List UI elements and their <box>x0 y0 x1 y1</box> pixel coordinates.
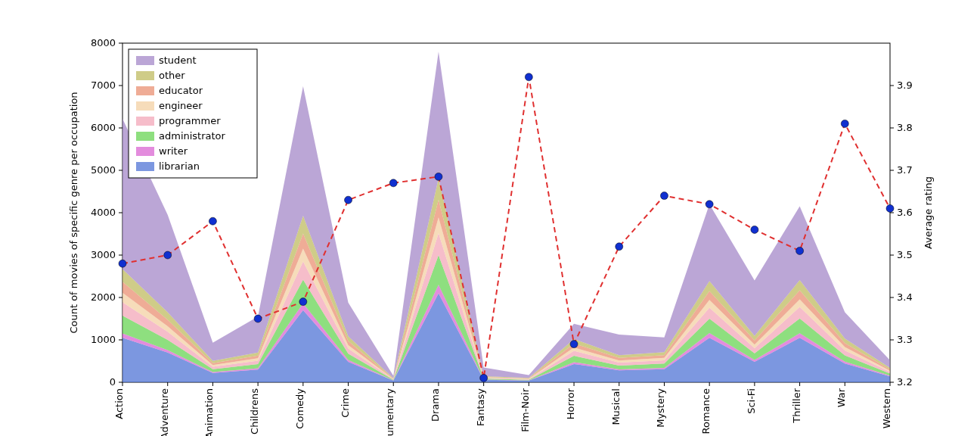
x-tick-label: War <box>836 388 847 407</box>
x-tick-label: Adventure <box>159 388 170 436</box>
y1-tick-label: 6000 <box>91 122 116 133</box>
y1-tick-label: 1000 <box>91 334 116 345</box>
y1-tick-label: 2000 <box>91 291 116 303</box>
legend-swatch <box>136 162 154 171</box>
legend-swatch <box>136 101 154 111</box>
legend-swatch <box>136 147 154 156</box>
legend-swatch <box>136 56 154 65</box>
x-tick-label: Horror <box>565 388 576 419</box>
x-tick-label: Childrens <box>249 388 260 434</box>
y1-tick-label: 3000 <box>91 249 116 260</box>
y2-tick-label: 3.6 <box>897 207 913 218</box>
y1-axis-label: Count of movies of specific genre per oc… <box>68 92 79 333</box>
y1-tick-label: 4000 <box>91 207 116 218</box>
rating-marker <box>209 217 216 225</box>
y2-tick-label: 3.9 <box>897 79 913 91</box>
legend-label: writer <box>159 145 188 157</box>
legend-label: administrator <box>159 130 226 142</box>
y2-tick-label: 3.4 <box>897 291 913 303</box>
svg-rect-36 <box>129 49 257 178</box>
y2-tick-label: 3.2 <box>897 376 913 388</box>
x-tick-label: Thriller <box>791 388 802 423</box>
rating-marker <box>435 173 442 180</box>
y2-tick-label: 3.5 <box>897 249 913 260</box>
rating-marker <box>164 251 172 259</box>
rating-marker <box>119 260 126 267</box>
legend-label: librarian <box>159 160 200 172</box>
x-tick-label: Documentary <box>384 388 395 436</box>
rating-marker <box>796 247 804 254</box>
legend-swatch <box>136 86 154 95</box>
legend-swatch <box>136 132 154 141</box>
y2-tick-label: 3.7 <box>897 164 913 176</box>
legend-label: educator <box>159 85 203 96</box>
legend-label: other <box>159 70 185 81</box>
rating-marker <box>570 341 578 348</box>
x-tick-label: Action <box>113 388 125 419</box>
x-tick-label: Sci-Fi <box>746 388 757 414</box>
y1-tick-label: 0 <box>110 376 116 388</box>
chart-root: ActionAdventureAnimationChildrensComedyC… <box>0 0 980 436</box>
chart-canvas: ActionAdventureAnimationChildrensComedyC… <box>0 0 980 436</box>
rating-marker <box>616 243 623 251</box>
x-tick-label: Drama <box>430 388 441 422</box>
rating-marker <box>525 73 532 81</box>
x-tick-label: Animation <box>203 388 215 436</box>
legend-swatch <box>136 71 154 80</box>
x-tick-label: Western <box>881 388 892 428</box>
rating-marker <box>660 192 668 200</box>
rating-marker <box>841 120 848 127</box>
rating-marker <box>389 179 397 187</box>
legend: studentothereducatorengineerprogrammerad… <box>129 49 257 178</box>
legend-swatch <box>136 117 154 126</box>
rating-marker <box>480 374 488 382</box>
legend-label: engineer <box>159 100 203 111</box>
x-tick-label: Romance <box>700 388 712 434</box>
rating-marker <box>751 226 758 233</box>
rating-marker <box>706 201 713 208</box>
legend-label: student <box>159 54 197 66</box>
y2-tick-label: 3.3 <box>897 334 913 345</box>
y1-tick-label: 7000 <box>91 79 116 91</box>
x-tick-label: Crime <box>340 388 351 418</box>
y1-tick-label: 5000 <box>91 164 116 176</box>
rating-marker <box>254 315 262 322</box>
rating-marker <box>345 196 352 204</box>
y2-tick-label: 3.8 <box>897 122 913 133</box>
x-tick-label: Film-Noir <box>519 388 531 431</box>
rating-marker <box>299 298 307 306</box>
y2-axis-label: Average rating <box>923 176 934 249</box>
legend-label: programmer <box>159 115 221 126</box>
x-tick-label: Musical <box>610 388 622 425</box>
x-tick-label: Fantasy <box>475 388 486 426</box>
y1-tick-label: 8000 <box>91 37 116 48</box>
x-tick-label: Mystery <box>655 388 666 428</box>
rating-marker <box>886 204 894 212</box>
x-tick-label: Comedy <box>294 388 305 429</box>
